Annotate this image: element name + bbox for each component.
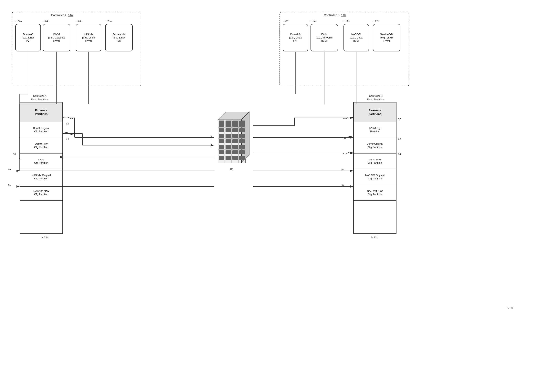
svg-rect-18 — [233, 128, 238, 132]
svg-rect-24 — [219, 139, 224, 143]
svg-rect-29 — [225, 145, 231, 149]
diagram: Controller A 14a − 22a − 24a − 26a − 28a… — [0, 0, 559, 392]
ref-57: 57 — [398, 118, 401, 121]
partition-nasvm-orig-a: NAS VM OriginalCfg Partition — [20, 169, 62, 185]
svg-rect-17 — [225, 128, 231, 132]
vm-ref-24a: − 24a — [43, 20, 49, 23]
ref-62: 62 — [398, 137, 401, 140]
vm-domain0-b: Domain0(e.g., LinuxPV) — [283, 24, 308, 51]
ref-52: 52 — [66, 122, 69, 125]
svg-rect-35 — [239, 150, 245, 154]
svg-rect-36 — [219, 156, 224, 160]
svg-rect-15 — [239, 121, 245, 127]
vm-ref-28a: − 28a — [105, 20, 112, 23]
svg-rect-22 — [233, 134, 238, 138]
svg-rect-14 — [233, 121, 238, 127]
ref-64: 64 — [398, 153, 401, 156]
vm-ref-22b: − 22b — [283, 20, 289, 23]
controller-a-label: Controller A 14a — [51, 13, 73, 17]
ref-66: 66 — [342, 168, 344, 171]
vm-nasvm-a: NAS VM(e.g., LinuxHVM) — [76, 24, 101, 51]
storage-ref: 12 — [230, 168, 269, 171]
vm-iovm-a: IOVM(e.g., VxWorksHVM) — [43, 24, 70, 51]
flash-container-a: FirmwarePartitions Dom0 OriginalCfg Part… — [20, 102, 63, 233]
vm-ref-26a: − 26a — [76, 20, 82, 23]
partition-nasvm-orig-b: NAS VM OriginalCfg Partition — [354, 169, 396, 185]
ref-58: 58 — [8, 168, 11, 171]
partition-nasvm-new-b: NAS VM NewCfg Partition — [354, 185, 396, 201]
storage-unit: 12 — [214, 110, 253, 169]
ref-32b: ↳ 32b — [371, 236, 378, 239]
svg-rect-16 — [219, 128, 224, 132]
ref-60: 60 — [8, 183, 11, 186]
svg-rect-37 — [225, 156, 231, 160]
svg-rect-38 — [233, 156, 238, 160]
ref-56: 56 — [13, 153, 16, 156]
flash-label-a: Controller AFlash Partitions — [31, 94, 49, 101]
ref-32a: ↳ 32a — [41, 236, 48, 239]
svg-rect-26 — [233, 139, 238, 143]
partition-ivom-b: IVOM CfgPartition — [354, 122, 396, 138]
partition-firmware-a: FirmwarePartitions — [20, 103, 62, 122]
vm-ref-22a: − 22a — [15, 20, 22, 23]
svg-rect-13 — [225, 121, 231, 127]
svg-rect-32 — [219, 150, 224, 154]
svg-rect-23 — [239, 134, 245, 138]
partition-dom0-orig-a: Dom0 OriginalCfg Partition — [20, 122, 62, 138]
flash-label-b: Controller BFlash Partitions — [367, 94, 385, 101]
vm-ref-28b: − 28b — [373, 20, 379, 23]
vm-iovm-b: IOVM(e.g., VxWorksHVM) — [310, 24, 338, 51]
vm-servicevm-a: Service VM(e.g., LinuxHVM) — [105, 24, 133, 51]
svg-rect-20 — [219, 134, 224, 138]
partition-dom0-new-b: Dom0 NewCfg Partition — [354, 153, 396, 169]
ref-50: ↘ 50 — [506, 306, 513, 310]
controller-b-ref: 14b — [341, 13, 346, 17]
vm-domain0-a: Domain0(e.g., LinuxPV) — [15, 24, 41, 51]
vm-nasvm-b: NAS VM(e.g., LinuxHVM) — [344, 24, 369, 51]
vm-ref-26b: − 26b — [344, 20, 350, 23]
svg-rect-21 — [225, 134, 231, 138]
svg-rect-39 — [239, 156, 245, 160]
ref-68: 68 — [342, 183, 344, 186]
partition-empty-a — [20, 201, 62, 212]
svg-rect-34 — [233, 150, 238, 154]
svg-rect-19 — [239, 128, 245, 132]
flash-container-b: FirmwarePartitions IVOM CfgPartition Dom… — [353, 102, 396, 233]
ref-54: 54 — [66, 137, 69, 140]
svg-rect-25 — [225, 139, 231, 143]
svg-rect-27 — [239, 139, 245, 143]
controller-a-ref: 14a — [68, 13, 73, 17]
partition-dom0-orig-b: Dom0 OriginalCfg Partition — [354, 138, 396, 153]
svg-rect-28 — [219, 145, 224, 149]
storage-svg — [214, 110, 253, 169]
vm-ref-24b: − 24b — [310, 20, 317, 23]
vm-servicevm-b: Service VM(e.g., LinuxHVM) — [373, 24, 401, 51]
partition-nasvm-new-a: NAS VM NewCfg Partition — [20, 185, 62, 201]
svg-rect-33 — [225, 150, 231, 154]
svg-rect-30 — [233, 145, 238, 149]
controller-b-label: Controller B 14b — [324, 13, 346, 17]
partition-empty-b — [354, 201, 396, 212]
partition-dom0-new-a: Dom0 NewCfg Partition — [20, 138, 62, 153]
svg-rect-31 — [239, 145, 245, 149]
svg-rect-12 — [219, 121, 224, 127]
partition-firmware-b: FirmwarePartitions — [354, 103, 396, 122]
partition-iovm-a: IOVMCfg Partition — [20, 153, 62, 169]
